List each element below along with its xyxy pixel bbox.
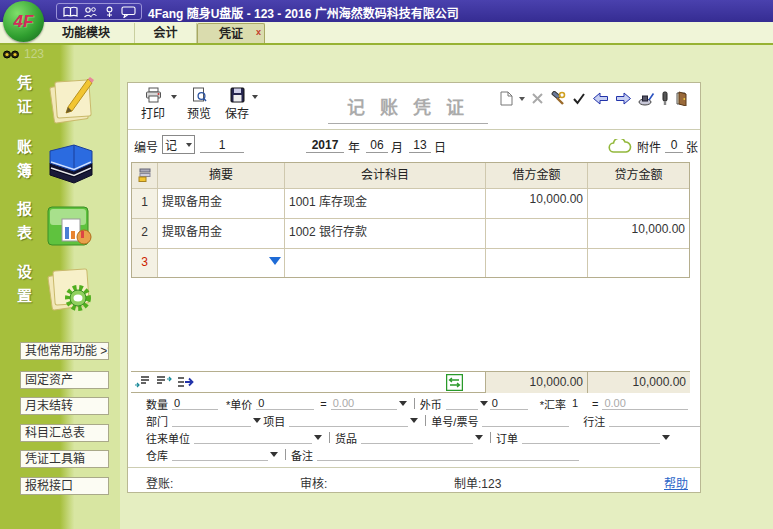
account-cell[interactable] <box>285 249 485 252</box>
pin-icon[interactable] <box>661 91 669 106</box>
sidebar-item-ledgers[interactable]: 账簿 <box>0 135 120 191</box>
debit-cell[interactable] <box>486 249 587 252</box>
col-header-summary[interactable]: 摘要 <box>158 163 285 189</box>
quantity-field[interactable]: 0 <box>172 397 218 410</box>
debit-cell[interactable] <box>486 219 587 222</box>
new-dropdown-icon[interactable] <box>519 97 525 101</box>
account-cell[interactable]: 1001 库存现金 <box>285 189 485 209</box>
currency-field[interactable] <box>446 397 478 410</box>
audited-label: 审核: <box>300 474 327 491</box>
approve-check-icon[interactable] <box>572 92 586 105</box>
col-header-debit[interactable]: 借方金额 <box>486 163 588 189</box>
users-icon[interactable] <box>83 6 98 18</box>
order-field[interactable] <box>522 431 660 444</box>
warehouse-field[interactable] <box>172 448 268 461</box>
balance-icon[interactable] <box>446 374 463 391</box>
seal-icon[interactable] <box>638 92 655 106</box>
unit-price-field[interactable]: 0 <box>256 397 314 410</box>
date-year-field[interactable]: 2017 <box>306 138 344 153</box>
save-button[interactable]: 保存 <box>220 87 254 121</box>
settings-gear-icon <box>44 262 96 314</box>
print-dropdown-icon[interactable] <box>171 95 177 99</box>
account-summary-button[interactable]: 科目汇总表 <box>20 424 109 442</box>
date-day-field[interactable]: 13 <box>409 138 431 153</box>
contact-icon[interactable] <box>103 6 116 18</box>
account-cell[interactable]: 1002 银行存款 <box>285 219 485 239</box>
tools-icon[interactable] <box>550 91 566 106</box>
exit-icon[interactable] <box>675 91 690 106</box>
goods-dropdown-icon[interactable] <box>475 435 483 440</box>
credit-cell[interactable]: 10,000.00 <box>588 219 689 236</box>
tab-bar: 功能模块 会计 凭证 x <box>0 22 773 45</box>
more-functions-button[interactable]: 其他常用功能 >> <box>20 342 109 360</box>
save-dropdown-icon[interactable] <box>252 95 258 99</box>
summary-cell[interactable]: 提取备用金 <box>158 189 284 209</box>
warehouse-dropdown-icon[interactable] <box>270 452 278 457</box>
insert-row-header-icon[interactable] <box>132 163 158 189</box>
summary-dropdown-icon[interactable] <box>269 257 281 265</box>
currency-dropdown-icon[interactable] <box>480 401 488 406</box>
note-field[interactable] <box>317 448 579 461</box>
attachment-cloud-icon[interactable] <box>608 139 632 154</box>
order-dropdown-icon[interactable] <box>662 435 670 440</box>
summary-cell[interactable] <box>158 249 284 252</box>
goods-field[interactable] <box>361 431 473 444</box>
voucher-action-icons <box>500 91 690 106</box>
app-window: 4Fang 随身U盘版 - 123 - 2016 广州海然数码科技有限公司 4F… <box>0 0 773 529</box>
next-voucher-icon[interactable] <box>615 92 632 105</box>
insert-row-below-icon[interactable] <box>155 375 172 389</box>
amount-dropdown-icon[interactable] <box>399 401 407 406</box>
delete-icon[interactable] <box>531 92 544 105</box>
summary-cell[interactable]: 提取备用金 <box>158 219 284 239</box>
entry-row-3[interactable]: 3 <box>132 249 689 277</box>
panel-status-bar: 登账: 审核: 制单:123 帮助 <box>128 467 700 493</box>
department-dropdown-icon[interactable] <box>253 418 261 423</box>
entry-row-2[interactable]: 2 提取备用金 1002 银行存款 10,000.00 <box>132 219 689 249</box>
sidebar-item-voucher[interactable]: 凭证 <box>0 71 120 127</box>
tax-interface-button[interactable]: 报税接口 <box>20 477 109 495</box>
preview-button[interactable]: 预览 <box>182 87 216 121</box>
toolbar-separator <box>128 129 700 130</box>
chat-icon[interactable] <box>121 6 136 18</box>
rate-field[interactable]: 1 <box>570 397 592 410</box>
voucher-number-field[interactable]: 1 <box>200 138 244 153</box>
tab-accounting[interactable]: 会计 <box>135 23 197 43</box>
line-note-field[interactable] <box>609 414 700 427</box>
credit-cell[interactable] <box>588 249 689 252</box>
fx-amount-field[interactable]: 0.00 <box>602 397 688 410</box>
date-month-field[interactable]: 06 <box>366 138 388 153</box>
project-field[interactable] <box>289 414 408 427</box>
print-button[interactable]: 打印 <box>136 87 170 121</box>
partner-dropdown-icon[interactable] <box>314 435 322 440</box>
attachment-count-field[interactable]: 0 <box>665 138 683 153</box>
title-bar: 4Fang 随身U盘版 - 123 - 2016 广州海然数码科技有限公司 <box>0 0 773 22</box>
department-field[interactable] <box>172 414 251 427</box>
entry-row-1[interactable]: 1 提取备用金 1001 库存现金 10,000.00 <box>132 189 689 219</box>
sidebar-item-reports[interactable]: 报表 <box>0 197 120 253</box>
partner-field[interactable] <box>194 431 312 444</box>
help-link[interactable]: 帮助 <box>664 474 688 491</box>
prev-voucher-icon[interactable] <box>592 92 609 105</box>
project-dropdown-icon[interactable] <box>410 418 418 423</box>
tab-voucher[interactable]: 凭证 x <box>197 23 265 43</box>
report-chart-icon <box>44 199 96 251</box>
month-end-closing-button[interactable]: 月末结转 <box>20 397 109 415</box>
book-icon[interactable] <box>63 6 78 18</box>
tab-close-icon[interactable]: x <box>256 22 261 42</box>
sidebar-item-settings[interactable]: 设置 <box>0 260 120 316</box>
fixed-assets-button[interactable]: 固定资产 <box>20 371 109 389</box>
doc-number-field[interactable] <box>482 414 569 427</box>
col-header-credit[interactable]: 贷方金额 <box>588 163 689 189</box>
book-type-select[interactable]: 记 <box>162 135 195 154</box>
fx-qty-field[interactable]: 0 <box>490 397 528 410</box>
tab-function-modules[interactable]: 功能模块 <box>38 23 135 43</box>
insert-row-above-icon[interactable] <box>134 375 151 389</box>
new-voucher-icon[interactable] <box>500 91 513 106</box>
voucher-toolbox-button[interactable]: 凭证工具箱 <box>20 450 109 468</box>
move-row-icon[interactable] <box>176 375 195 389</box>
col-header-account[interactable]: 会计科目 <box>285 163 486 189</box>
amount-field[interactable]: 0.00 <box>331 397 397 410</box>
ledger-books-icon <box>44 137 96 189</box>
credit-cell[interactable] <box>588 189 689 192</box>
debit-cell[interactable]: 10,000.00 <box>486 189 587 206</box>
